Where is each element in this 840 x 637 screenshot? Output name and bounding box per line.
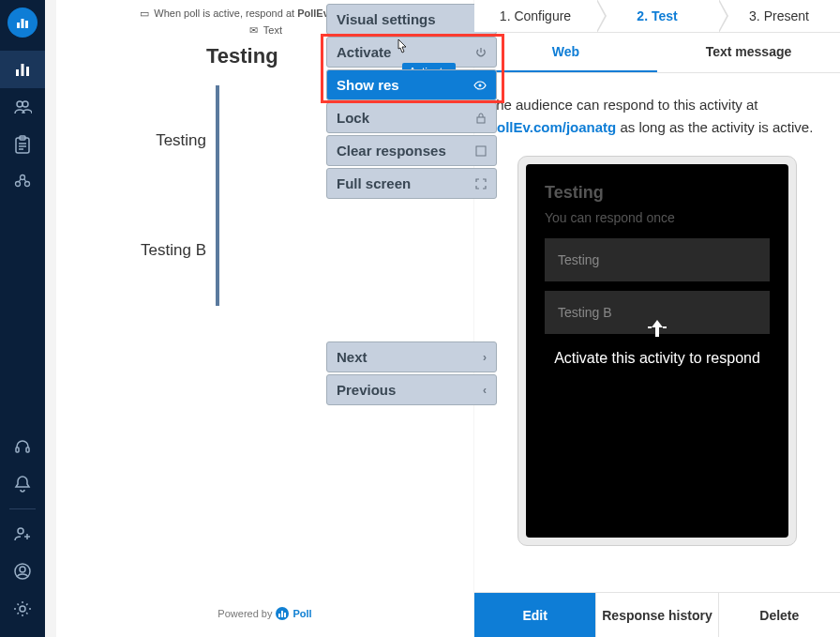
menu-visual-settings[interactable]: Visual settings bbox=[326, 4, 497, 35]
svg-rect-0 bbox=[17, 23, 20, 28]
menu-previous[interactable]: Previous ‹ bbox=[326, 374, 497, 405]
sidebar-add-user[interactable] bbox=[0, 515, 45, 553]
option-label-2: Testing B bbox=[66, 196, 216, 307]
menu-activate-label: Activate bbox=[337, 44, 391, 60]
svg-point-20 bbox=[18, 528, 23, 534]
sidebar-participants[interactable] bbox=[0, 88, 45, 126]
chart-axis bbox=[216, 85, 219, 306]
svg-rect-3 bbox=[16, 69, 19, 76]
response-history-button[interactable]: Response history bbox=[596, 593, 718, 637]
delete-button[interactable]: Delete bbox=[719, 593, 840, 637]
phone-frame: Testing You can respond once Testing Tes… bbox=[518, 156, 797, 546]
sidebar-settings[interactable] bbox=[0, 590, 45, 628]
info-after: as long as the activity is active. bbox=[616, 119, 813, 135]
bell-icon bbox=[14, 475, 31, 493]
sidebar-activities[interactable] bbox=[0, 51, 45, 88]
sidebar-teams[interactable] bbox=[0, 163, 45, 201]
tab-web[interactable]: Web bbox=[474, 33, 657, 72]
svg-point-13 bbox=[21, 175, 25, 180]
svg-rect-28 bbox=[284, 613, 286, 617]
bars-icon bbox=[13, 60, 32, 79]
menu-prev-label: Previous bbox=[337, 382, 396, 398]
svg-rect-26 bbox=[278, 614, 280, 617]
sms-icon: ✉ bbox=[248, 23, 261, 39]
chevron-left-icon: ‹ bbox=[483, 384, 487, 397]
app-sidebar bbox=[0, 0, 45, 637]
menu-next[interactable]: Next › bbox=[326, 341, 497, 372]
step-configure[interactable]: 1. Configure bbox=[474, 0, 596, 32]
step-present[interactable]: 3. Present bbox=[718, 0, 840, 32]
preview-option-1: Testing bbox=[545, 238, 770, 281]
svg-point-14 bbox=[16, 182, 21, 187]
info-before: The audience can respond to this activit… bbox=[488, 97, 758, 113]
power-icon bbox=[475, 47, 487, 58]
preview-title: Testing bbox=[545, 183, 770, 203]
svg-rect-2 bbox=[25, 21, 28, 28]
svg-rect-1 bbox=[22, 19, 24, 28]
people-icon bbox=[13, 98, 32, 116]
chevron-right-icon: › bbox=[483, 351, 487, 364]
menu-lock-label: Lock bbox=[337, 110, 369, 126]
edit-button[interactable]: Edit bbox=[474, 593, 596, 637]
svg-point-31 bbox=[479, 83, 482, 86]
svg-point-15 bbox=[25, 182, 30, 187]
svg-rect-33 bbox=[476, 146, 486, 156]
group-icon bbox=[13, 173, 32, 191]
svg-rect-5 bbox=[26, 67, 29, 76]
bottom-actions: Edit Response history Delete bbox=[474, 592, 840, 637]
menu-clear-label: Clear responses bbox=[337, 143, 446, 159]
menu-full-label: Full screen bbox=[337, 175, 411, 191]
svg-rect-4 bbox=[22, 64, 24, 76]
menu-lock[interactable]: Lock bbox=[326, 102, 497, 133]
instr-line1: When poll is active, respond at bbox=[154, 8, 297, 19]
menu-show-results[interactable]: Show res bbox=[326, 69, 497, 100]
option-label-1: Testing bbox=[66, 85, 216, 196]
response-mode-tabs: Web Text message bbox=[474, 32, 840, 73]
step-test[interactable]: 2. Test bbox=[596, 0, 718, 32]
right-panel: 1. Configure 2. Test 3. Present Web Text… bbox=[474, 0, 840, 637]
svg-point-6 bbox=[17, 101, 22, 107]
gear-icon bbox=[13, 599, 32, 618]
activate-overlay-text: Activate this activity to respond bbox=[526, 350, 788, 367]
svg-rect-27 bbox=[281, 611, 283, 617]
preview-sub: You can respond once bbox=[545, 210, 770, 225]
workflow-steps: 1. Configure 2. Test 3. Present bbox=[474, 0, 840, 32]
step-test-label: 2. Test bbox=[637, 8, 677, 23]
menu-next-label: Next bbox=[337, 349, 368, 365]
svg-point-24 bbox=[20, 567, 25, 572]
sidebar-notifications[interactable] bbox=[0, 465, 45, 503]
activate-arrow-icon bbox=[646, 320, 668, 339]
sidebar-support[interactable] bbox=[0, 428, 45, 465]
sidebar-account[interactable] bbox=[0, 553, 45, 590]
svg-line-16 bbox=[19, 179, 21, 182]
powered-prefix: Powered by bbox=[218, 608, 272, 619]
menu-show-label: Show res bbox=[337, 77, 399, 93]
chart-labels: Testing Testing B bbox=[66, 85, 216, 306]
svg-rect-18 bbox=[16, 447, 19, 452]
add-user-icon bbox=[13, 524, 32, 543]
step-configure-label: 1. Configure bbox=[500, 8, 571, 23]
tab-text-message[interactable]: Text message bbox=[657, 33, 840, 72]
phone-screen: Testing You can respond once Testing Tes… bbox=[526, 164, 788, 538]
user-circle-icon bbox=[13, 562, 32, 581]
sidebar-separator bbox=[9, 508, 36, 509]
app-logo[interactable] bbox=[8, 8, 38, 38]
menu-activate[interactable]: Activate Activate bbox=[326, 37, 497, 68]
browser-icon: ▭ bbox=[138, 6, 151, 23]
poll-logo-small bbox=[276, 607, 289, 620]
menu-clear-responses[interactable]: Clear responses bbox=[326, 135, 497, 166]
powered-by: Powered by Poll bbox=[66, 607, 464, 620]
step-present-label: 3. Present bbox=[749, 8, 809, 23]
test-info: The audience can respond to this activit… bbox=[474, 73, 840, 156]
lock-icon bbox=[475, 113, 487, 124]
menu-full-screen[interactable]: Full screen bbox=[326, 168, 497, 199]
headset-icon bbox=[13, 437, 32, 456]
svg-point-7 bbox=[22, 101, 28, 107]
canvas-menu: Visual settings Activate Activate Show r… bbox=[326, 4, 497, 405]
cursor-pointer-icon bbox=[394, 39, 409, 56]
chart-icon bbox=[15, 15, 30, 30]
svg-rect-19 bbox=[26, 447, 29, 452]
sidebar-template[interactable] bbox=[0, 126, 45, 163]
eye-icon bbox=[473, 80, 487, 91]
poll-link[interactable]: PollEv.com/joanatg bbox=[488, 119, 616, 135]
